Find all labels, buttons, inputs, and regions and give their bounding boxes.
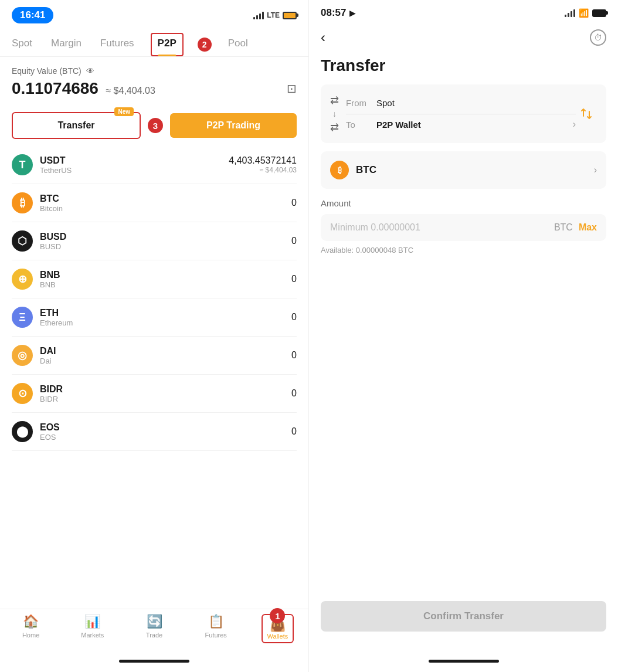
tab-futures[interactable]: Futures <box>98 33 137 56</box>
p2p-trading-button[interactable]: P2P Trading <box>170 113 297 138</box>
transfer-from-row: From Spot <box>346 98 576 108</box>
transfer-from-icon: ⇄ <box>330 94 339 107</box>
max-button[interactable]: Max <box>579 222 597 233</box>
nav-home-label: Home <box>22 632 39 639</box>
home-indicator-right <box>429 660 499 663</box>
list-item: ₿ BTC Bitcoin 0 <box>12 184 297 222</box>
coin-selector[interactable]: ₿ BTC › <box>321 151 606 189</box>
list-item: Ξ ETH Ethereum 0 <box>12 298 297 337</box>
portfolio-section: Equity Value (BTC) 👁 0.11074686 ≈ $4,404… <box>0 57 308 105</box>
nav-markets-label: Markets <box>81 632 104 639</box>
status-bar-right: 08:57 ▶ 📶 <box>309 0 618 23</box>
nav-markets[interactable]: 📊 Markets <box>62 614 123 643</box>
battery-icon <box>283 12 297 19</box>
list-item: ⬡ BUSD BUSD 0 <box>12 222 297 260</box>
nav-home[interactable]: 🏠 Home <box>0 614 62 643</box>
location-icon: ▶ <box>349 8 356 18</box>
bnb-icon: ⊕ <box>12 269 33 290</box>
action-buttons: New Transfer 3 P2P Trading <box>0 105 308 146</box>
history-button[interactable]: ⏱ <box>590 29 606 46</box>
home-indicator-left <box>119 660 189 663</box>
coin-balance: 4,403.45372141 ≈ $4,404.03 <box>229 155 297 174</box>
nav-trade-label: Trade <box>146 632 162 639</box>
markets-icon: 📊 <box>84 614 100 629</box>
equity-label: Equity Value (BTC) 👁 <box>12 66 297 76</box>
asset-list: T USDT TetherUS 4,403.45372141 ≈ $4,404.… <box>0 146 308 609</box>
transfer-button[interactable]: New Transfer <box>12 112 141 139</box>
from-value: Spot <box>376 98 576 108</box>
home-icon: 🏠 <box>23 614 39 629</box>
arrow-down-icon: ↓ <box>332 109 337 118</box>
from-label: From <box>346 98 369 108</box>
eye-icon[interactable]: 👁 <box>86 66 94 76</box>
balance-usd: ≈ $4,404.03 <box>106 86 155 96</box>
swap-button[interactable] <box>576 103 597 124</box>
list-item: ⬤ EOS EOS 0 <box>12 413 297 451</box>
badge-3: 3 <box>148 118 163 133</box>
amount-section: Amount Minimum 0.00000001 BTC Max Availa… <box>309 189 618 264</box>
eos-icon: ⬤ <box>12 421 33 442</box>
transfer-header: ‹ ⏱ <box>309 23 618 52</box>
transfer-title: Transfer <box>309 52 618 84</box>
status-bar-left: 16:41 LTE <box>0 0 308 28</box>
signal-bars-icon <box>253 11 264 19</box>
list-item: ◎ DAI Dai 0 <box>12 337 297 375</box>
new-badge: New <box>114 107 134 116</box>
back-button[interactable]: ‹ <box>321 29 325 46</box>
list-item: ⊙ BIDR BIDR 0 <box>12 375 297 413</box>
balance-main: 0.11074686 <box>12 79 99 97</box>
nav-futures-label: Futures <box>205 632 227 639</box>
nav-futures[interactable]: 📋 Futures <box>185 614 247 643</box>
transfer-form: ⇄ ↓ ⇄ From Spot To P2P Wallet › <box>321 84 606 143</box>
signal-icons: LTE <box>253 11 297 19</box>
time-display: 16:41 <box>12 7 53 23</box>
confirm-transfer-button[interactable]: Confirm Transfer <box>321 601 606 632</box>
amount-currency: BTC <box>554 222 573 233</box>
tab-spot[interactable]: Spot <box>9 33 35 56</box>
balance-display: 0.11074686 ≈ $4,404.03 <box>12 79 155 98</box>
amount-label: Amount <box>321 198 606 208</box>
to-label: To <box>346 120 369 130</box>
scan-icon[interactable]: ⊡ <box>287 82 297 96</box>
transfer-to-icon: ⇄ <box>330 121 339 134</box>
battery-right-icon <box>592 9 606 17</box>
confirm-section: Confirm Transfer <box>309 592 618 655</box>
right-panel: 08:57 ▶ 📶 ‹ ⏱ Transfer ⇄ ↓ ⇄ <box>309 0 618 672</box>
nav-wallets-label: Wallets <box>267 633 288 640</box>
nav-wallets[interactable]: 1 👜 Wallets <box>247 614 308 643</box>
tab-margin[interactable]: Margin <box>49 33 84 56</box>
badge-2: 2 <box>198 38 212 52</box>
bottom-nav: 🏠 Home 📊 Markets 🔄 Trade 📋 Futures 1 👜 W… <box>0 609 308 655</box>
coin-symbol: USDT <box>40 155 229 166</box>
list-item: T USDT TetherUS 4,403.45372141 ≈ $4,404.… <box>12 146 297 184</box>
nav-trade[interactable]: 🔄 Trade <box>123 614 185 643</box>
clock-icon: ⏱ <box>594 33 602 42</box>
badge-1: 1 <box>270 608 285 623</box>
transfer-to-row[interactable]: To P2P Wallet › <box>346 119 576 130</box>
trade-icon: 🔄 <box>147 614 162 629</box>
amount-placeholder: Minimum 0.00000001 <box>330 222 554 233</box>
btc-circle-icon: ₿ <box>330 161 349 179</box>
usdt-icon: T <box>12 154 33 175</box>
eth-icon: Ξ <box>12 307 33 328</box>
btc-icon: ₿ <box>12 192 33 213</box>
time-display-right: 08:57 <box>321 7 346 19</box>
coin-selector-name: BTC <box>356 164 594 176</box>
nav-tabs: Spot Margin Futures P2P 2 Pool <box>0 28 308 57</box>
busd-icon: ⬡ <box>12 230 33 252</box>
left-panel: 16:41 LTE Spot Margin Futures P2P 2 Pool… <box>0 0 309 672</box>
wifi-icon: 📶 <box>579 8 589 18</box>
list-item: ⊕ BNB BNB 0 <box>12 260 297 298</box>
signal-bars-right <box>565 9 575 17</box>
futures-icon: 📋 <box>208 614 224 629</box>
tab-pool[interactable]: Pool <box>226 33 250 56</box>
tab-p2p[interactable]: P2P <box>151 33 184 56</box>
balance-row: 0.11074686 ≈ $4,404.03 ⊡ <box>12 79 297 98</box>
lte-label: LTE <box>267 11 280 19</box>
coin-chevron-icon: › <box>594 165 597 175</box>
coin-name: TetherUS <box>40 166 229 175</box>
amount-input-box[interactable]: Minimum 0.00000001 BTC Max <box>321 214 606 241</box>
available-text: Available: 0.00000048 BTC <box>321 246 606 254</box>
dai-icon: ◎ <box>12 345 33 366</box>
signal-right: 📶 <box>565 8 606 18</box>
